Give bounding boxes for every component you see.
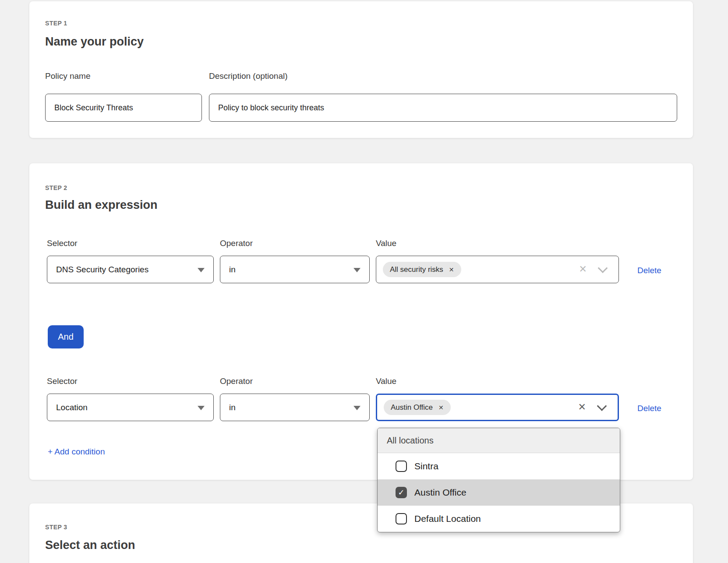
policy-builder-page: STEP 1 Name your policy Policy name Desc… bbox=[0, 0, 728, 563]
clear-value-icon[interactable]: ✕ bbox=[579, 264, 587, 274]
step1-card: STEP 1 Name your policy Policy name Desc… bbox=[29, 1, 693, 138]
dropdown-caret-icon bbox=[198, 268, 205, 272]
policy-name-label: Policy name bbox=[45, 71, 91, 81]
operator-value: in bbox=[229, 403, 236, 412]
location-dropdown: All locations Sintra ✓ Austin Office Def… bbox=[377, 428, 620, 532]
value-multiselect-1[interactable]: All security risks ✕ ✕ bbox=[376, 256, 619, 283]
condition-row-2: Selector Location Operator in Value Aust… bbox=[47, 377, 661, 421]
clear-value-icon[interactable]: ✕ bbox=[578, 402, 586, 412]
value-label: Value bbox=[376, 239, 619, 248]
checkbox-checked-icon[interactable]: ✓ bbox=[396, 487, 407, 498]
step2-label: STEP 2 bbox=[45, 184, 67, 191]
description-label: Description (optional) bbox=[209, 71, 288, 81]
operator-dropdown-1[interactable]: in bbox=[220, 256, 370, 283]
selector-label: Selector bbox=[47, 239, 214, 248]
description-input[interactable]: Policy to block security threats bbox=[209, 94, 677, 122]
chevron-down-icon[interactable] bbox=[598, 263, 608, 273]
policy-name-value: Block Security Threats bbox=[54, 103, 133, 113]
step1-label: STEP 1 bbox=[45, 20, 67, 27]
dropdown-option-label: Sintra bbox=[414, 461, 438, 472]
policy-name-input[interactable]: Block Security Threats bbox=[45, 94, 202, 122]
value-multiselect-2[interactable]: Austin Office ✕ ✕ bbox=[376, 394, 619, 421]
value-tag: Austin Office ✕ bbox=[384, 400, 451, 415]
value-tag: All security risks ✕ bbox=[383, 262, 461, 277]
operator-label: Operator bbox=[220, 239, 370, 248]
operator-dropdown-2[interactable]: in bbox=[220, 394, 370, 421]
dropdown-caret-icon bbox=[353, 406, 360, 410]
dropdown-caret-icon bbox=[198, 406, 205, 410]
chevron-down-icon[interactable] bbox=[597, 401, 607, 411]
remove-tag-icon[interactable]: ✕ bbox=[449, 267, 454, 273]
and-button[interactable]: And bbox=[48, 325, 84, 348]
step3-label: STEP 3 bbox=[45, 524, 67, 531]
value-label: Value bbox=[376, 377, 619, 386]
delete-condition-link-2[interactable]: Delete bbox=[637, 404, 661, 413]
dropdown-caret-icon bbox=[353, 268, 360, 272]
dropdown-option-sintra[interactable]: Sintra bbox=[378, 453, 620, 479]
selector-dropdown-1[interactable]: DNS Security Categories bbox=[47, 256, 214, 283]
selector-value: Location bbox=[56, 403, 88, 412]
selector-dropdown-2[interactable]: Location bbox=[47, 394, 214, 421]
operator-value: in bbox=[229, 265, 236, 274]
add-condition-link[interactable]: + Add condition bbox=[48, 447, 105, 457]
operator-label: Operator bbox=[220, 377, 370, 386]
dropdown-header: All locations bbox=[378, 428, 620, 453]
delete-condition-link-1[interactable]: Delete bbox=[637, 266, 661, 275]
value-tag-text: All security risks bbox=[390, 265, 443, 274]
dropdown-option-default-location[interactable]: Default Location bbox=[378, 506, 620, 532]
step1-title: Name your policy bbox=[45, 35, 144, 49]
dropdown-option-label: Austin Office bbox=[414, 487, 466, 498]
description-value: Policy to block security threats bbox=[218, 103, 324, 113]
dropdown-option-austin-office[interactable]: ✓ Austin Office bbox=[378, 479, 620, 506]
step2-title: Build an expression bbox=[45, 198, 158, 212]
step3-title: Select an action bbox=[45, 538, 135, 552]
selector-label: Selector bbox=[47, 377, 214, 386]
checkbox-unchecked-icon[interactable] bbox=[396, 461, 407, 472]
value-tag-text: Austin Office bbox=[391, 403, 433, 412]
remove-tag-icon[interactable]: ✕ bbox=[438, 405, 444, 411]
checkbox-unchecked-icon[interactable] bbox=[396, 513, 407, 524]
condition-row-1: Selector DNS Security Categories Operato… bbox=[47, 239, 661, 283]
selector-value: DNS Security Categories bbox=[56, 265, 148, 274]
dropdown-option-label: Default Location bbox=[414, 514, 481, 524]
